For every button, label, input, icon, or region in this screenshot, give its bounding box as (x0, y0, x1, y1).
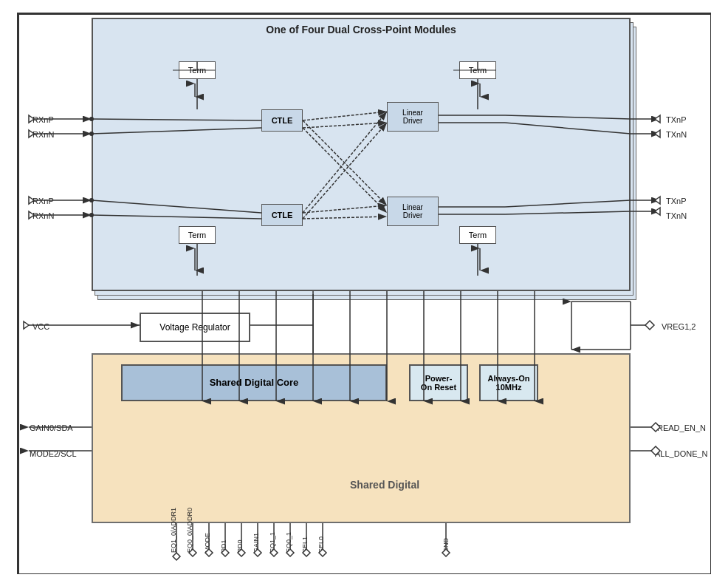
port-rxnn-bot: RXnN (32, 211, 54, 220)
pin-pd1: PD1 (220, 539, 227, 553)
linear-driver-bottom: LinearDriver (387, 197, 439, 226)
pin-gain1: GAIN1 (253, 532, 260, 552)
pin-gnd: GND (442, 538, 450, 553)
crosspoint-main (92, 18, 631, 291)
term-box-tr: Term (459, 61, 496, 79)
ctle-top: CTLE (261, 109, 303, 132)
always-on-10mhz: Always-On10MHz (479, 364, 538, 401)
voltage-regulator: Voltage Regulator (140, 313, 250, 342)
svg-marker-110 (655, 115, 660, 123)
shared-digital-core: Shared Digital Core (121, 364, 387, 401)
svg-marker-113 (655, 208, 660, 215)
term-box-br: Term (459, 226, 496, 244)
pin-eq1-0: EQ1_0/ADDR1 (170, 507, 177, 552)
port-gain0-sda: GAIN0/SDA (30, 423, 73, 432)
ctle-bottom: CTLE (261, 204, 303, 226)
port-txnn-bot: TXnN (666, 211, 687, 220)
pin-eq0-1: EQ0_1 (285, 531, 292, 552)
svg-marker-114 (24, 321, 29, 329)
svg-marker-111 (655, 130, 660, 137)
pin-sel0: SEL0 (317, 536, 325, 552)
linear-driver-top: LinearDriver (387, 102, 439, 132)
term-box-tl: Term (179, 61, 216, 79)
crosspoint-title: One of Four Dual Cross-Point Modules (92, 24, 631, 35)
pin-pd0: PD0 (236, 539, 244, 553)
pin-eq0-0: EQ0_0/ADDR0 (186, 507, 193, 552)
pin-eq1-1: EQ1_1 (269, 531, 276, 552)
port-txnp-top: TXnP (666, 115, 687, 124)
svg-marker-79 (173, 553, 180, 560)
port-mode2-scl: MODE2/SCL (30, 449, 77, 458)
port-txnn-top: TXnN (666, 130, 687, 139)
port-read-en-n: READ_EN_N (657, 423, 706, 432)
port-vreg: VREG1,2 (662, 322, 696, 331)
pin-sel1: SEL1 (301, 536, 309, 552)
shared-digital-label: Shared Digital (350, 479, 419, 491)
power-on-reset: Power-On Reset (409, 364, 468, 401)
port-rxnp-top: RXnP (32, 115, 54, 124)
port-all-done-n: ALL_DONE_N (655, 449, 708, 458)
port-rxnn-top: RXnN (32, 130, 54, 139)
pin-mode: MODE (204, 533, 211, 553)
term-box-bl: Term (179, 226, 216, 244)
svg-marker-112 (655, 197, 660, 204)
svg-marker-53 (645, 321, 654, 330)
diagram-container: One of Four Dual Cross-Point Modules Ter… (17, 13, 711, 574)
port-vcc: VCC (32, 322, 49, 331)
port-txnp-bot: TXnP (666, 197, 687, 205)
port-rxnp-bot: RXnP (32, 197, 54, 205)
